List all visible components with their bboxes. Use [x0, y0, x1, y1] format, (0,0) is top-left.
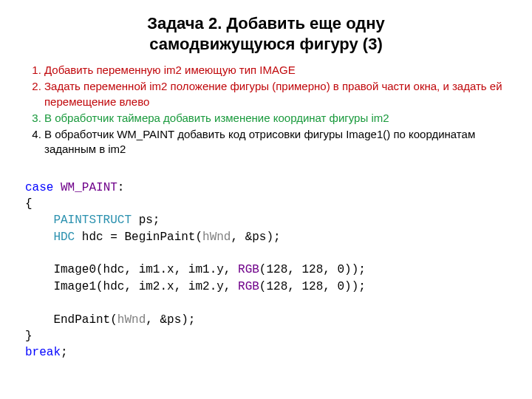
endpaint-pre: EndPaint( — [53, 313, 117, 327]
type-hdc: HDC — [53, 231, 75, 244]
list-item: Задать переменной im2 положение фигуры (… — [44, 79, 507, 109]
amp-ps1: , &ps); — [231, 231, 280, 244]
amp-ps2: , &ps); — [146, 313, 195, 327]
code-block: case WM_PAINT: { PAINTSTRUCT ps; HDC hdc… — [25, 180, 507, 361]
rgb2: RGB — [238, 280, 259, 293]
lbrace: { — [25, 197, 33, 211]
rgb-args2: (128, 128, 0)); — [259, 280, 366, 293]
list-item: Добавить переменную im2 имеющую тип IMAG… — [44, 63, 507, 78]
semi: ; — [61, 346, 68, 359]
rgb-args1: (128, 128, 0)); — [259, 263, 366, 276]
list-item: В обработчик WM_PAINT добавить код отрис… — [44, 127, 507, 157]
type-paintstruct: PAINTSTRUCT — [53, 214, 132, 227]
title-line2: самодвижущуюся фигуру (3) — [149, 35, 382, 53]
steps-list: Добавить переменную im2 имеющую тип IMAG… — [25, 63, 507, 157]
page-title: Задача 2. Добавить еще одну самодвижущую… — [25, 13, 507, 54]
hdc-assign: hdc = BeginPaint( — [75, 231, 202, 244]
ps-decl: ps; — [132, 214, 160, 227]
list-item: В обработчик таймера добавить изменение … — [44, 111, 507, 126]
rgb1: RGB — [238, 263, 259, 276]
title-line1: Задача 2. Добавить еще одну — [147, 14, 385, 33]
wm-paint: WM_PAINT — [61, 181, 117, 194]
kw-break: break — [25, 346, 61, 359]
img1-pre: Image1(hdc, im2.x, im2.y, — [53, 280, 238, 293]
rbrace: } — [25, 330, 33, 343]
hwnd1: hWnd — [202, 231, 231, 244]
colon: : — [117, 181, 125, 194]
hwnd2: hWnd — [117, 313, 146, 327]
kw-case: case — [25, 181, 53, 194]
img0-pre: Image0(hdc, im1.x, im1.y, — [53, 263, 238, 276]
